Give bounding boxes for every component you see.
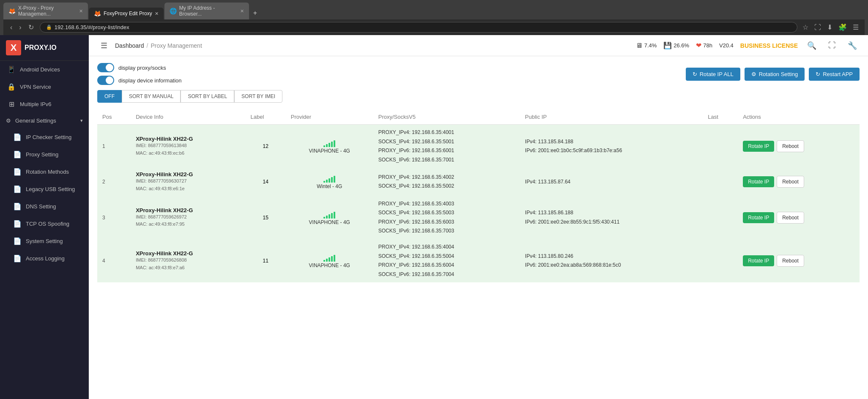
rotate-ip-button[interactable]: Rotate IP [743, 141, 774, 152]
sidebar-item-legacy-usb[interactable]: 📄 Legacy USB Setting [0, 180, 89, 198]
doc-icon-2: 📄 [13, 150, 22, 159]
sidebar-item-dns-setting[interactable]: 📄 DNS Setting [0, 198, 89, 215]
sidebar-item-multiple-ipv6[interactable]: ⊞ Multiple IPv6 [0, 96, 89, 113]
rotation-setting-icon: ⚙ [751, 71, 756, 77]
ram-icon: 💾 [663, 41, 672, 49]
rotate-ip-button[interactable]: Rotate IP [743, 212, 774, 223]
row-0-proxy: PROXY_IPv4: 192.168.6.35:4001SOCKS_IPv4:… [373, 125, 520, 168]
content-area: display proxy/socks display device infor… [89, 56, 868, 399]
col-label: Label [246, 109, 286, 125]
rotate-ip-button[interactable]: Rotate IP [743, 176, 774, 187]
row-1-label: 14 [246, 168, 286, 196]
sidebar-item-general-settings[interactable]: ⚙ General Settings ▾ [0, 113, 89, 128]
sidebar-item-tcp-os[interactable]: 📄 TCP OS Spoofing [0, 215, 89, 232]
rotate-ip-button[interactable]: Rotate IP [743, 255, 774, 266]
row-1-device-info: XProxy-Hilink XH22-G IMEI: 8687770596307… [131, 168, 245, 196]
star-icon[interactable]: ☆ [801, 22, 810, 32]
signal-bar-0 [323, 260, 325, 262]
breadcrumb-dashboard[interactable]: Dashboard [115, 42, 144, 49]
search-button[interactable]: 🔍 [805, 40, 819, 51]
sidebar-item-proxy-setting[interactable]: 📄 Proxy Setting [0, 146, 89, 163]
doc-icon-7: 📄 [13, 237, 22, 245]
sidebar-item-access-logging[interactable]: 📄 Access Logging [0, 250, 89, 267]
device-meta: IMEI: 868777059626972MAC: ac:49:43:f8:e7… [136, 213, 240, 228]
row-0-pos: 1 [97, 125, 131, 168]
sort-manual-button[interactable]: SORT BY MANUAL [122, 90, 181, 103]
restart-app-button[interactable]: ↻ Restart APP [809, 68, 860, 81]
menu-icon[interactable]: ☰ [851, 22, 860, 32]
doc-icon-4: 📄 [13, 185, 22, 193]
doc-icon-6: 📄 [13, 220, 22, 228]
address-bar[interactable]: 🔒 192.168.6.35/#/proxy-list/index [40, 22, 797, 33]
tab-close-1[interactable]: ✕ [79, 8, 83, 14]
toggle-proxy-socks[interactable] [97, 63, 114, 72]
row-1-proxy: PROXY_IPv4: 192.168.6.35:4002SOCKS_IPv4:… [373, 168, 520, 196]
row-1-pos: 2 [97, 168, 131, 196]
sidebar-item-android-devices[interactable]: 📱 Android Devices [0, 61, 89, 78]
reboot-button[interactable]: Reboot [777, 140, 804, 152]
hamburger-button[interactable]: ☰ [97, 39, 111, 52]
public-ip: IPv4: 113.185.80.246IPv6: 2001:ee0:2ea:a… [525, 252, 698, 270]
signal-bar-1 [326, 259, 328, 262]
firefox-icon-1: 🦊 [8, 8, 16, 14]
rotate-ip-all-button[interactable]: ↻ Rotate IP ALL [686, 68, 740, 81]
reboot-button[interactable]: Reboot [777, 255, 804, 267]
signal-bars [291, 139, 368, 147]
sidebar-label-proxy: Proxy Setting [26, 151, 58, 158]
ipv6-icon: ⊞ [7, 100, 16, 108]
row-1-actions: Rotate IP Reboot [738, 168, 860, 196]
main-content: ☰ Dashboard / Proxy Management 🖥 7.4% 💾 … [89, 35, 868, 399]
device-name: XProxy-Hilink XH22-G [136, 171, 240, 178]
tab-close-3[interactable]: ✕ [240, 8, 244, 14]
col-last: Last [703, 109, 738, 125]
device-meta: IMEI: 868777059613848MAC: ac:49:43:f8:ec… [136, 142, 240, 157]
app-header: ☰ Dashboard / Proxy Management 🖥 7.4% 💾 … [89, 35, 868, 56]
reload-button[interactable]: ↻ [26, 22, 36, 32]
sidebar-item-system-setting[interactable]: 📄 System Setting [0, 232, 89, 250]
breadcrumb: Dashboard / Proxy Management [115, 42, 202, 49]
rotation-setting-button[interactable]: ⚙ Rotation Setting [745, 68, 805, 81]
extensions-icon[interactable]: 🧩 [837, 22, 849, 32]
cpu-icon: 🖥 [636, 42, 643, 49]
action-cell: Rotate IP Reboot [743, 140, 854, 152]
url-text: 192.168.6.35/#/proxy-list/index [55, 24, 129, 30]
download-icon[interactable]: ⬇ [825, 22, 834, 32]
row-3-pos: 4 [97, 239, 131, 282]
forward-button[interactable]: › [16, 22, 24, 32]
maximize-icon[interactable]: ⛶ [813, 23, 823, 32]
proxy-info: PROXY_IPv4: 192.168.6.35:4001SOCKS_IPv4:… [378, 128, 515, 164]
address-bar-container: ‹ › ↻ 🔒 192.168.6.35/#/proxy-list/index … [3, 19, 865, 35]
device-name: XProxy-Hilink XH22-G [136, 250, 240, 257]
doc-icon-1: 📄 [13, 133, 22, 141]
reboot-button[interactable]: Reboot [777, 212, 804, 224]
browser-tab-3[interactable]: 🌐 My IP Address - Browser... ✕ [164, 3, 249, 19]
sort-imei-button[interactable]: SORT BY IMEI [234, 90, 282, 103]
sidebar-item-ip-checker[interactable]: 📄 IP Checker Setting [0, 128, 89, 146]
sort-label-button[interactable]: SORT BY LABEL [181, 90, 234, 103]
signal-bar-3 [331, 256, 333, 262]
action-cell: Rotate IP Reboot [743, 255, 854, 267]
sort-off-button[interactable]: OFF [97, 90, 122, 103]
lock-icon: 🔒 [46, 25, 52, 30]
reboot-button[interactable]: Reboot [777, 176, 804, 188]
row-2-public-ip: IPv4: 113.185.86.188IPv6: 2001:ee0:2ee:8… [520, 196, 703, 239]
browser-tab-1[interactable]: 🦊 X-Proxy - Proxy Managemen... ✕ [3, 3, 88, 19]
col-device-info: Device Info [131, 109, 245, 125]
sidebar-item-vpn-service[interactable]: 🔒 VPN Service [0, 78, 89, 96]
back-button[interactable]: ‹ [8, 22, 15, 32]
browser-tab-2[interactable]: 🦊 FoxyProxy Edit Proxy ✕ [89, 8, 164, 19]
sidebar-label-access: Access Logging [26, 255, 65, 262]
fullscreen-button[interactable]: ⛶ [826, 40, 838, 51]
sidebar-item-rotation-methods[interactable]: 📄 Rotation Methods [0, 163, 89, 180]
tab-close-2[interactable]: ✕ [155, 11, 159, 16]
sidebar-label-system: System Setting [26, 238, 63, 244]
uptime-stat: ❤ 78h [696, 41, 712, 49]
toggle-device-info[interactable] [97, 76, 114, 85]
heart-icon: ❤ [696, 41, 701, 49]
wrench-button[interactable]: 🔧 [845, 40, 860, 51]
tab-label-2: FoxyProxy Edit Proxy [104, 11, 152, 16]
public-ip: IPv4: 113.185.86.188IPv6: 2001:ee0:2ee:8… [525, 208, 698, 227]
table-row: 2 XProxy-Hilink XH22-G IMEI: 86877705963… [97, 168, 860, 196]
new-tab-button[interactable]: + [250, 7, 260, 19]
sidebar-label-dns: DNS Setting [26, 203, 56, 210]
